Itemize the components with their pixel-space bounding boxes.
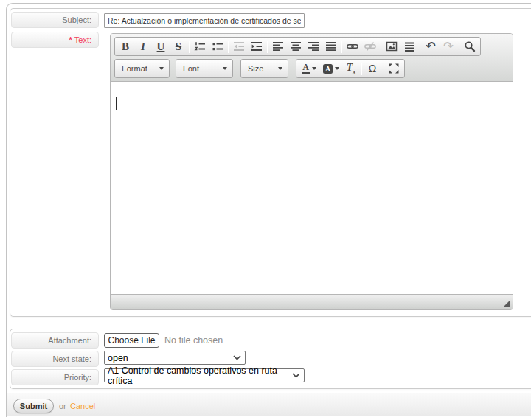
special-character-button[interactable]: Ω [364,60,381,77]
search-icon [464,41,476,52]
maximize-button[interactable] [385,60,403,77]
or-text: or [59,402,66,410]
indent-button[interactable] [248,38,266,55]
font-combo-label: Font [183,64,199,73]
text-color-icon: A [302,63,310,74]
background-color-icon: A [323,64,333,74]
format-combo[interactable]: Format [114,59,170,78]
maximize-icon [388,63,400,74]
chevron-down-icon [159,67,164,70]
remove-format-button[interactable]: Tx [342,60,360,77]
remove-format-icon: Tx [347,63,356,75]
background-color-button[interactable]: A [320,60,342,77]
toolgroup-colors: A A Tx Ω [296,59,405,78]
chevron-down-icon [292,373,300,378]
toolbar-separator [381,41,381,53]
image-button[interactable] [383,38,400,55]
next-state-select[interactable]: open [104,351,246,365]
align-right-icon [308,41,319,52]
priority-label: Priority: [11,369,99,385]
chevron-down-icon [278,67,282,70]
toolbar-row-2: Format Font Size A [114,59,509,78]
image-icon [386,41,398,52]
strikethrough-button[interactable]: S [170,38,187,55]
resize-handle[interactable] [504,300,510,307]
link-icon [347,41,358,52]
unlink-button [361,38,379,55]
attachment-label: Attachment: [11,332,99,349]
cancel-link[interactable]: Cancel [70,402,95,410]
subject-label: Subject: [11,12,99,28]
font-combo[interactable]: Font [176,59,233,78]
justify-button[interactable] [322,38,340,55]
bold-icon: B [122,41,129,52]
chevron-down-icon [312,67,316,70]
special-character-icon: Ω [369,63,376,74]
rich-text-editor: B I U S [110,33,513,310]
required-star: * [69,35,72,44]
toolbar-separator [420,41,420,53]
text-label-text: Text: [74,35,91,44]
toolgroup-main: B I U S [114,37,481,56]
next-state-label-text: Next state: [52,354,91,363]
toolbar-separator [228,41,229,53]
subject-label-text: Subject: [62,15,91,24]
size-combo[interactable]: Size [240,59,288,78]
align-left-icon [272,41,284,52]
undo-button[interactable]: ↶ [422,38,440,55]
toolbar-row-1: B I U S [114,37,509,56]
strikethrough-icon: S [176,41,181,52]
priority-label-text: Priority: [64,373,91,382]
attachment-label-text: Attachment: [48,336,91,345]
choose-file-button[interactable]: Choose File [104,333,159,348]
toolbar-separator [267,41,268,53]
align-left-button[interactable] [269,38,287,55]
text-label: *Text: [11,32,99,48]
chevron-down-icon [233,355,241,360]
align-center-button[interactable] [287,38,305,55]
italic-button[interactable]: I [134,38,152,55]
unlink-icon [364,41,376,52]
redo-icon: ↷ [443,41,453,52]
justify-icon [325,41,337,52]
toolbar-separator [383,63,384,75]
text-caret [116,97,117,110]
align-center-icon [290,41,302,52]
numbered-list-button[interactable] [191,38,209,55]
outdent-button [230,38,248,55]
editor-bottom-bar [111,294,513,309]
editor-content-area[interactable] [111,82,513,294]
chevron-down-icon [223,67,227,70]
next-state-label: Next state: [11,351,99,367]
undo-icon: ↶ [426,41,435,52]
chevron-down-icon [335,67,339,70]
priority-value: A1 Control de cambios operativos en ruta… [108,365,292,386]
format-combo-label: Format [122,64,148,73]
bold-button[interactable]: B [117,38,134,55]
bullet-list-icon [212,41,223,52]
next-state-value: open [108,353,128,363]
underline-icon: U [157,41,165,52]
find-button[interactable] [461,38,479,55]
file-status-text: No file chosen [164,335,223,346]
underline-button[interactable]: U [152,38,170,55]
numbered-list-icon [194,41,206,52]
horizontal-rule-icon [403,41,415,52]
text-color-button[interactable]: A [298,60,320,77]
link-button[interactable] [344,38,361,55]
outdent-icon [233,41,245,52]
toolbar-separator [459,41,459,53]
subject-input[interactable] [104,13,305,28]
priority-select[interactable]: A1 Control de cambios operativos en ruta… [104,368,305,382]
toolbar-separator [189,41,190,53]
options-widget: Attachment: Choose File No file chosen N… [10,329,531,389]
align-right-button[interactable] [305,38,322,55]
form-footer: Submit or Cancel [7,393,531,416]
submit-button[interactable]: Submit [13,399,54,413]
editor-toolbar: B I U S [111,34,513,82]
note-form-widget: Subject: *Text: B I U S [10,8,531,317]
horizontal-rule-button[interactable] [400,38,418,55]
bullet-list-button[interactable] [209,38,226,55]
redo-button: ↷ [440,38,457,55]
toolbar-separator [341,41,342,53]
